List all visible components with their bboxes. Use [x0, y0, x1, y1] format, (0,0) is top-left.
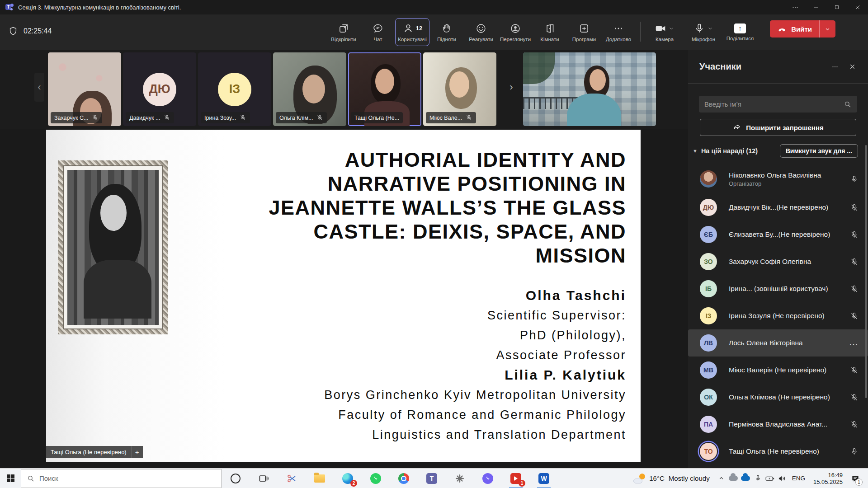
mic-off-icon[interactable] [846, 420, 862, 429]
cortana-icon[interactable] [222, 469, 250, 488]
mic-off-icon[interactable] [846, 285, 862, 293]
raise-hand-button[interactable]: Підняти [429, 18, 464, 46]
avatar: ІЗ [218, 73, 251, 106]
meeting-window-title: Секція 3. Міжкультурна комунікація в гло… [18, 4, 785, 11]
camera-button[interactable]: Камера [645, 18, 684, 46]
filmstrip-scroll-left-button[interactable]: ‹ [34, 73, 44, 102]
view-button[interactable]: Переглянути [498, 18, 533, 46]
language-indicator[interactable]: ENG [788, 475, 809, 482]
microphone-button[interactable]: Мікрофон [684, 18, 723, 46]
participant-row[interactable]: ЗО Захарчук Софія Олегівна [688, 248, 868, 275]
unpin-button[interactable]: Відкріпити [326, 18, 361, 46]
mic-on-icon[interactable] [846, 175, 862, 183]
filmstrip-scroll-right-button[interactable]: › [506, 73, 516, 102]
participant-row[interactable]: ДЮ Давидчук Вік...(Не перевірено) [688, 194, 868, 221]
panel-more-icon[interactable] [826, 59, 844, 75]
teams-icon[interactable]: T [418, 469, 446, 488]
file-explorer-icon[interactable] [306, 469, 334, 488]
video-tile[interactable]: Міюс Вале... [423, 52, 496, 126]
participant-row[interactable]: ПА Пермінова Владислава Анат... [688, 411, 868, 438]
weather-widget[interactable]: 16°C Mostly cloudy [628, 474, 715, 483]
video-tile[interactable]: ДЮ Давидчук ... [123, 52, 196, 126]
pin-plus-button[interactable]: + [131, 446, 143, 458]
tray-expand-icon[interactable] [715, 469, 727, 488]
panel-scrollbar[interactable] [865, 145, 867, 398]
participant-search[interactable] [699, 96, 857, 113]
viber-icon[interactable] [474, 469, 502, 488]
close-button[interactable] [847, 0, 868, 14]
participant-row[interactable]: ЄБ Єлизавета Бу...(Не перевірено) [688, 221, 868, 248]
share-invite-button[interactable]: Поширити запрошення [700, 119, 856, 136]
volume-icon[interactable] [776, 469, 788, 488]
participant-row[interactable]: ІЗ Ірина Зозуля (Не перевірено) [688, 302, 868, 329]
react-icon [475, 23, 487, 34]
camera-icon [655, 23, 666, 34]
tile-name-chip: Ольга Клім... [276, 112, 327, 123]
mic-off-icon[interactable] [846, 230, 862, 239]
start-button[interactable] [0, 474, 21, 482]
chat-button[interactable]: Чат [361, 18, 395, 46]
people-button[interactable]: 12 Користувачі [395, 18, 429, 46]
edge-icon[interactable]: 2 [334, 469, 362, 488]
presenter-name-chip: Тащі Ольга (Не перевірено) + [46, 446, 143, 458]
participant-row[interactable]: ТО Тащі Ольга (Не перевірено) [688, 438, 868, 465]
action-center-icon[interactable]: 1 [847, 469, 863, 488]
participant-row[interactable]: Ніколаєнко Ольга ВасилівнаОрганізатор [688, 164, 868, 194]
active-speaker-tile[interactable]: Тащі Ольга (Не... [348, 52, 421, 126]
mic-off-icon[interactable] [846, 203, 862, 212]
participant-row[interactable]: МВ Міюс Валерія (Не перевірено) [688, 357, 868, 384]
minimize-button[interactable] [806, 0, 826, 14]
mic-off-icon[interactable] [846, 393, 862, 402]
leave-button[interactable]: Вийти [770, 20, 819, 38]
leave-options-button[interactable] [819, 20, 835, 38]
chevron-down-icon[interactable] [707, 25, 713, 32]
snipping-tool-icon[interactable] [278, 469, 306, 488]
section-collapse-caret[interactable]: ▼ [693, 148, 698, 154]
mute-all-button[interactable]: Вимкнути звук для ... [780, 144, 858, 158]
panel-close-icon[interactable] [844, 59, 861, 75]
chat-icon [372, 23, 384, 34]
taskbar-search[interactable] [21, 469, 222, 488]
mic-off-icon[interactable] [846, 312, 862, 320]
word-icon[interactable]: W [530, 469, 558, 488]
participant-row-highlighted[interactable]: ЛВ Лось Олена Вікторівна ... [688, 329, 868, 357]
share-button[interactable]: ↑ Поділитися [723, 18, 757, 46]
video-tile[interactable]: Ольга Клім... [273, 52, 346, 126]
row-more-icon[interactable]: ... [846, 339, 862, 347]
mic-off-icon [240, 114, 246, 121]
rooms-button[interactable]: Кімнати [533, 18, 567, 46]
participant-search-input[interactable] [704, 100, 844, 108]
cloud-sync-icon[interactable] [727, 469, 740, 488]
maximize-button[interactable] [826, 0, 847, 14]
whatsapp-icon[interactable] [362, 469, 390, 488]
mic-on-icon[interactable] [846, 447, 862, 456]
react-button[interactable]: Реагувати [464, 18, 498, 46]
spotlight-video-tile[interactable] [523, 52, 656, 126]
mic-off-icon[interactable] [846, 366, 862, 375]
chrome-icon[interactable] [390, 469, 418, 488]
more-options-button[interactable]: Додатково [601, 18, 636, 46]
tray-microphone-icon[interactable] [752, 469, 764, 488]
participant-row[interactable]: ІБ Ірина... (зовнішній користувач) [688, 275, 868, 302]
task-view-icon[interactable] [250, 469, 278, 488]
battery-icon[interactable] [764, 469, 776, 488]
apps-icon [578, 23, 590, 34]
taskbar-clock[interactable]: 16:49 15.05.2025 [809, 472, 847, 485]
video-filmstrip: ‹ Захарчук С... ДЮ Давидчук ... ІЗ Ірина… [0, 50, 688, 129]
chevron-down-icon [824, 26, 831, 33]
avatar: МВ [700, 361, 717, 379]
video-tile[interactable]: ІЗ Ірина Зозу... [198, 52, 271, 126]
mic-off-icon[interactable] [846, 258, 862, 266]
video-tile[interactable]: Захарчук С... [48, 52, 121, 126]
onedrive-icon[interactable] [740, 469, 752, 488]
mic-off-icon [164, 114, 170, 121]
pinwheel-app-icon[interactable] [446, 469, 474, 488]
taskbar-search-input[interactable] [39, 474, 189, 482]
apps-button[interactable]: Програми [567, 18, 601, 46]
chevron-down-icon[interactable] [668, 25, 675, 32]
avatar: ДЮ [700, 199, 717, 216]
participant-row[interactable]: ОК Ольга Клімова (Не перевірено) [688, 384, 868, 411]
titlebar-more-icon[interactable] [785, 0, 806, 14]
video-face [302, 75, 325, 103]
media-app-icon[interactable]: 1 [502, 469, 530, 488]
